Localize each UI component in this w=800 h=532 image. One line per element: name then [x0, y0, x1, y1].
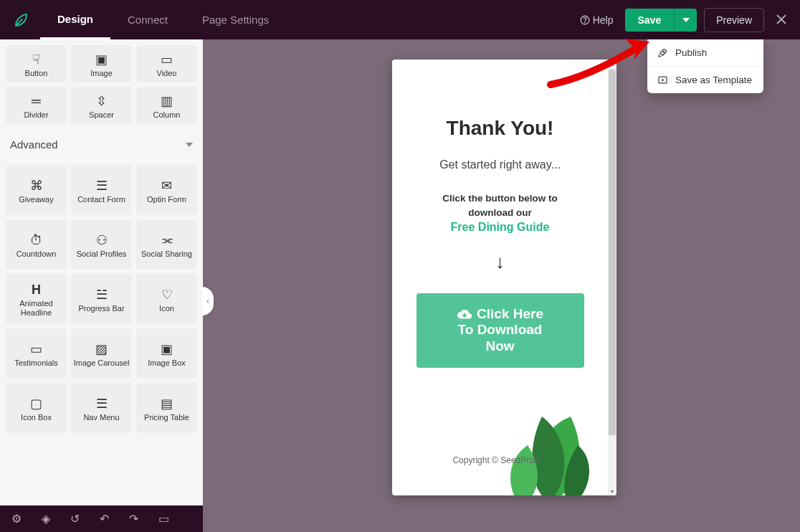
tab-design[interactable]: Design	[40, 0, 110, 39]
block-optin-form[interactable]: ✉Optin Form	[136, 165, 197, 215]
stopwatch-icon: ⏱	[30, 234, 43, 247]
block-progress-bar[interactable]: ☱Progress Bar	[71, 274, 132, 324]
block-button[interactable]: ☟Button	[6, 45, 67, 82]
chevron-down-icon	[186, 143, 193, 147]
free-guide-link[interactable]: Free Dining Guide	[442, 221, 558, 234]
block-image-box[interactable]: ▣Image Box	[136, 328, 197, 379]
layers-icon[interactable]: ◈	[42, 512, 50, 526]
svg-point-1	[584, 22, 585, 22]
save-button[interactable]: Save	[625, 9, 675, 32]
heart-icon: ♡	[161, 288, 173, 301]
undo-icon[interactable]: ↶	[100, 512, 109, 526]
preview-button[interactable]: Preview	[704, 8, 764, 32]
arrow-icon: ↓	[495, 251, 505, 273]
progress-icon: ☱	[96, 288, 108, 301]
column-icon: ▥	[161, 95, 173, 108]
block-nav-menu[interactable]: ☰Nav Menu	[71, 383, 132, 433]
block-animated-headline[interactable]: HAnimated Headline	[6, 274, 67, 324]
template-icon	[657, 75, 668, 85]
header-tabs: Design Connect Page Settings	[40, 0, 286, 39]
instructions-text: Click the button below to download our F…	[442, 191, 558, 234]
scroll-up-icon[interactable]: ▴	[608, 60, 616, 68]
gift-icon: ⌘	[30, 179, 43, 192]
carousel-icon: ▨	[95, 343, 108, 356]
block-social-profiles[interactable]: ⚇Social Profiles	[71, 219, 132, 270]
block-social-sharing[interactable]: ⫘Social Sharing	[136, 219, 197, 270]
page-title: Thank You!	[447, 117, 554, 140]
history-icon[interactable]: ↺	[70, 512, 80, 526]
pricing-icon: ▤	[161, 397, 173, 410]
tab-page-settings[interactable]: Page Settings	[185, 0, 286, 39]
form-icon: ☰	[96, 179, 108, 192]
scroll-thumb[interactable]	[609, 70, 616, 435]
copyright-text: Copyright © SeedProd	[452, 455, 538, 465]
caret-down-icon	[682, 18, 690, 22]
menu-icon: ☰	[96, 397, 108, 410]
preview-scrollbar[interactable]: ▴ ▾	[608, 60, 616, 495]
help-link[interactable]: Help	[580, 14, 614, 26]
leaf-decoration: Copyright © SeedProd	[392, 388, 599, 495]
block-video[interactable]: ▭Video	[136, 45, 197, 82]
close-icon	[776, 14, 787, 25]
leaf-icon	[12, 11, 29, 29]
svg-point-2	[663, 51, 665, 52]
divider-icon: ═	[32, 95, 41, 108]
sidebar-collapse-handle[interactable]: ‹	[202, 287, 214, 315]
heading-icon: H	[32, 283, 41, 296]
close-button[interactable]	[771, 11, 791, 29]
block-giveaway[interactable]: ⌘Giveaway	[6, 165, 67, 215]
block-spacer[interactable]: ⇳Spacer	[71, 87, 132, 124]
help-icon	[580, 15, 590, 25]
save-dropdown-menu: Publish Save as Template	[647, 39, 763, 93]
section-advanced[interactable]: Advanced	[0, 130, 203, 159]
menu-item-save-template[interactable]: Save as Template	[647, 67, 763, 93]
share-icon: ⫘	[161, 234, 173, 247]
block-pricing-table[interactable]: ▤Pricing Table	[136, 383, 197, 433]
cloud-download-icon	[457, 306, 472, 322]
bottombar: ⚙ ◈ ↺ ↶ ↷ ▭	[0, 505, 203, 532]
download-button[interactable]: Click Here To Download Now	[416, 293, 584, 368]
canvas: ‹ Thank You! Get started right away... C…	[203, 39, 800, 532]
cursor-icon: ☟	[32, 53, 40, 66]
rocket-icon	[657, 47, 668, 58]
block-icon[interactable]: ♡Icon	[136, 274, 197, 324]
video-icon: ▭	[161, 53, 173, 66]
blocks-sidebar: ☟Button ▣Image ▭Video ═Divider ⇳Spacer ▥…	[0, 39, 203, 505]
desktop-icon[interactable]: ▭	[158, 512, 169, 526]
tab-connect[interactable]: Connect	[110, 0, 185, 39]
iconbox-icon: ▢	[30, 397, 42, 410]
redo-icon[interactable]: ↷	[129, 512, 138, 526]
page-subtitle: Get started right away...	[439, 158, 561, 171]
mail-icon: ✉	[161, 179, 172, 192]
block-icon-box[interactable]: ▢Icon Box	[6, 383, 67, 433]
people-icon: ⚇	[96, 234, 108, 247]
app-logo[interactable]	[9, 8, 33, 32]
chat-icon: ▭	[30, 343, 42, 356]
block-testimonials[interactable]: ▭Testimonials	[6, 328, 67, 379]
menu-item-publish[interactable]: Publish	[647, 39, 763, 67]
topbar: Design Connect Page Settings Help Save P…	[0, 0, 800, 39]
block-divider[interactable]: ═Divider	[6, 87, 67, 124]
block-countdown[interactable]: ⏱Countdown	[6, 219, 67, 270]
block-image[interactable]: ▣Image	[71, 45, 132, 82]
spacer-icon: ⇳	[96, 95, 107, 108]
mobile-preview: Thank You! Get started right away... Cli…	[392, 60, 616, 495]
block-contact-form[interactable]: ☰Contact Form	[71, 165, 132, 215]
imagebox-icon: ▣	[161, 343, 173, 356]
image-icon: ▣	[95, 53, 108, 66]
settings-icon[interactable]: ⚙	[11, 512, 22, 526]
block-column[interactable]: ▥Column	[136, 87, 197, 124]
block-image-carousel[interactable]: ▨Image Carousel	[71, 328, 132, 379]
save-dropdown-button[interactable]	[674, 9, 697, 32]
scroll-down-icon[interactable]: ▾	[608, 487, 616, 495]
